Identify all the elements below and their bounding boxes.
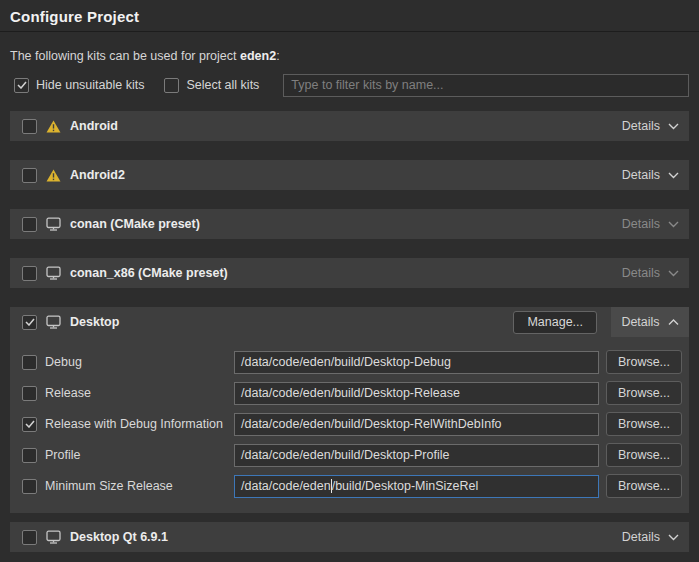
build-config-label: Release with Debug Information [45, 417, 234, 431]
desktop-icon [46, 315, 61, 329]
check-icon [17, 81, 27, 89]
kit-header: Desktop Qt 6.9.1 Details [10, 522, 689, 552]
desktop-icon [46, 530, 61, 544]
kit-checkbox[interactable] [22, 168, 37, 183]
build-config-checkbox[interactable] [22, 355, 37, 370]
build-config-row-profile: Profile /data/code/eden/build/Desktop-Pr… [22, 443, 682, 467]
kit-name: conan (CMake preset) [70, 217, 200, 231]
details-button[interactable]: Details [622, 530, 679, 544]
hide-unsuitable-kits-label[interactable]: Hide unsuitable kits [36, 78, 144, 92]
build-dir-value: /build/Desktop-MinSizeRel [332, 479, 479, 493]
kit-filter-input[interactable] [283, 74, 689, 97]
build-dir-input[interactable]: /data/code/eden/build/Desktop-Debug [234, 351, 599, 374]
build-config-list: Debug /data/code/eden/build/Desktop-Debu… [10, 337, 689, 513]
browse-button[interactable]: Browse... [606, 412, 682, 436]
kit-checkbox[interactable] [22, 119, 37, 134]
chevron-down-icon [668, 172, 679, 179]
details-label: Details [622, 119, 660, 133]
build-config-label: Debug [45, 355, 234, 369]
check-icon [25, 318, 35, 326]
intro-prefix: The following kits can be used for proje… [10, 49, 240, 63]
kit-header: Android2 Details [10, 160, 689, 190]
warning-icon [46, 169, 61, 182]
build-dir-value: /data/code/eden/build/Desktop-Profile [241, 448, 449, 462]
details-label: Details [622, 217, 660, 231]
kit-row-android: Android Details [10, 111, 689, 141]
build-config-row-release: Release /data/code/eden/build/Desktop-Re… [22, 381, 682, 405]
details-label: Details [622, 168, 660, 182]
check-icon [25, 420, 35, 428]
build-dir-value: /data/code/eden/build/Desktop-RelWithDeb… [241, 417, 502, 431]
build-config-label: Release [45, 386, 234, 400]
kit-checkbox[interactable] [22, 315, 37, 330]
chevron-up-icon [668, 319, 679, 326]
build-config-row-debug: Debug /data/code/eden/build/Desktop-Debu… [22, 350, 682, 374]
build-config-label: Profile [45, 448, 234, 462]
build-config-row-relwithdebinfo: Release with Debug Information /data/cod… [22, 412, 682, 436]
details-label: Details [622, 266, 660, 280]
project-name: eden2 [240, 49, 276, 63]
kit-header: conan_x86 (CMake preset) Details [10, 258, 689, 288]
kit-name: Android2 [70, 168, 125, 182]
intro-suffix: : [276, 49, 279, 63]
build-config-label: Minimum Size Release [45, 479, 234, 493]
desktop-icon [46, 217, 61, 231]
details-button-disabled: Details [622, 266, 679, 280]
build-dir-input[interactable]: /data/code/eden/build/Desktop-Profile [234, 444, 599, 467]
details-button-disabled: Details [622, 217, 679, 231]
build-config-checkbox[interactable] [22, 479, 37, 494]
build-config-checkbox[interactable] [22, 448, 37, 463]
kit-name: Desktop [70, 315, 119, 329]
build-config-row-minsizerel: Minimum Size Release /data/code/eden/bui… [22, 474, 682, 498]
kit-row-desktop-qt-691: Desktop Qt 6.9.1 Details [10, 522, 689, 552]
kit-row-desktop: Desktop Manage... Details Debug /data/co… [10, 307, 689, 513]
build-config-checkbox[interactable] [22, 386, 37, 401]
page-title: Configure Project [10, 8, 689, 25]
manage-kits-button[interactable]: Manage... [513, 311, 597, 334]
kit-checkbox[interactable] [22, 266, 37, 281]
build-dir-input-focused[interactable]: /data/code/eden/build/Desktop-MinSizeRel [234, 475, 599, 498]
browse-button[interactable]: Browse... [606, 381, 682, 405]
browse-button[interactable]: Browse... [606, 443, 682, 467]
kit-row-android2: Android2 Details [10, 160, 689, 190]
details-button-expanded[interactable]: Details [611, 307, 689, 337]
build-dir-input[interactable]: /data/code/eden/build/Desktop-RelWithDeb… [234, 413, 599, 436]
intro-text: The following kits can be used for proje… [10, 49, 689, 63]
hide-unsuitable-kits-checkbox[interactable] [14, 78, 29, 93]
build-dir-value: /data/code/eden/build/Desktop-Debug [241, 355, 451, 369]
kit-row-conan: conan (CMake preset) Details [10, 209, 689, 239]
select-all-kits-label[interactable]: Select all kits [186, 78, 259, 92]
browse-button[interactable]: Browse... [606, 350, 682, 374]
details-label: Details [622, 530, 660, 544]
kit-name: conan_x86 (CMake preset) [70, 266, 228, 280]
warning-icon [46, 120, 61, 133]
browse-button[interactable]: Browse... [606, 474, 682, 498]
select-all-kits-toggle[interactable]: Select all kits [164, 78, 259, 93]
build-dir-value: /data/code/eden [241, 479, 331, 493]
chevron-down-icon [668, 123, 679, 130]
kit-header: Desktop Manage... Details [10, 307, 689, 337]
hide-unsuitable-kits-toggle[interactable]: Hide unsuitable kits [14, 78, 144, 93]
details-button[interactable]: Details [622, 119, 679, 133]
desktop-icon [46, 266, 61, 280]
kit-header: conan (CMake preset) Details [10, 209, 689, 239]
kit-list: Android Details Android2 Details [10, 111, 689, 552]
page-header: Configure Project [0, 0, 699, 32]
kit-filter-controls: Hide unsuitable kits Select all kits [14, 73, 689, 97]
chevron-down-icon [668, 534, 679, 541]
configure-project-page: Configure Project The following kits can… [0, 0, 699, 562]
build-config-checkbox[interactable] [22, 417, 37, 432]
kit-name: Desktop Qt 6.9.1 [70, 530, 168, 544]
chevron-down-icon [668, 270, 679, 277]
chevron-down-icon [668, 221, 679, 228]
kit-header: Android Details [10, 111, 689, 141]
details-button[interactable]: Details [622, 168, 679, 182]
details-label: Details [621, 315, 659, 329]
kit-name: Android [70, 119, 118, 133]
kit-checkbox[interactable] [22, 217, 37, 232]
build-dir-input[interactable]: /data/code/eden/build/Desktop-Release [234, 382, 599, 405]
select-all-kits-checkbox[interactable] [164, 78, 179, 93]
kit-checkbox[interactable] [22, 530, 37, 545]
build-dir-value: /data/code/eden/build/Desktop-Release [241, 386, 460, 400]
kit-row-conan-x86: conan_x86 (CMake preset) Details [10, 258, 689, 288]
